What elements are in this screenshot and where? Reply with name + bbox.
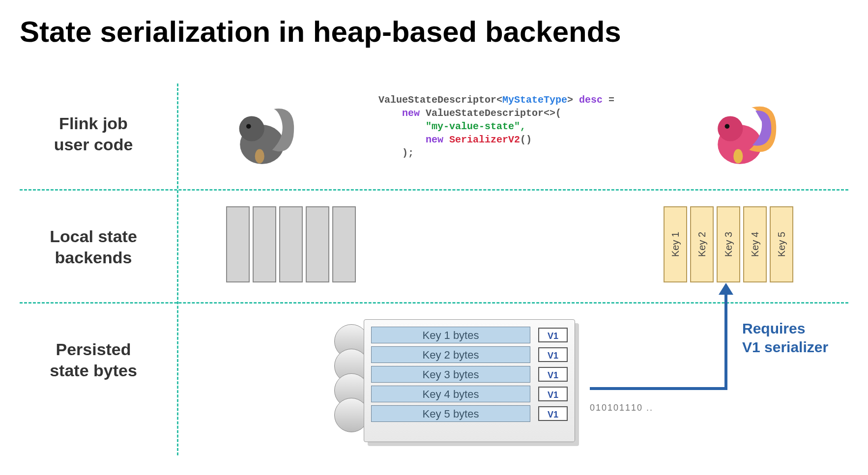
grid-vline — [177, 84, 178, 455]
svg-point-5 — [718, 116, 743, 141]
state-bar-key: Key 3 — [717, 206, 740, 282]
svg-point-7 — [733, 149, 743, 164]
svg-point-6 — [725, 124, 730, 129]
squirrel-gray-icon — [216, 93, 300, 172]
arrow-label: RequiresV1 serializer — [742, 319, 828, 356]
state-bar-key: Key 1 — [664, 206, 687, 282]
state-bar — [253, 206, 276, 282]
code-t: = — [603, 94, 614, 106]
persisted-version: V1 — [538, 406, 568, 421]
persisted-db-icon: Key 1 bytes V1 Key 2 bytes V1 Key 3 byte… — [344, 319, 580, 452]
persisted-row: Key 3 bytes V1 — [371, 366, 568, 383]
persisted-panel: Key 1 bytes V1 Key 2 bytes V1 Key 3 byte… — [364, 319, 575, 442]
persisted-row: Key 2 bytes V1 — [371, 346, 568, 363]
grid-hline-1 — [20, 189, 848, 191]
row-label-user-code: Flink jobuser code — [20, 113, 167, 155]
persisted-version: V1 — [538, 328, 568, 342]
svg-point-2 — [246, 124, 251, 129]
diagram-grid: Flink jobuser code Local statebackends P… — [20, 84, 848, 455]
state-bar — [226, 206, 250, 282]
svg-point-3 — [255, 149, 264, 164]
row-label-persisted: Persistedstate bytes — [20, 339, 167, 381]
persisted-key: Key 4 bytes — [371, 386, 530, 402]
code-t: new — [378, 134, 443, 145]
arrow-restore-icon — [590, 289, 732, 397]
code-t: ); — [378, 147, 414, 159]
code-t: new — [378, 108, 420, 119]
state-bar-key: Key 2 — [690, 206, 714, 282]
code-t: desc — [579, 94, 603, 106]
persisted-version: V1 — [538, 347, 568, 362]
persisted-key: Key 5 bytes — [371, 405, 530, 422]
persisted-row: Key 1 bytes V1 — [371, 327, 568, 343]
bits-label: 010101110 .. — [590, 403, 653, 413]
persisted-row: Key 5 bytes V1 — [371, 405, 568, 422]
persisted-version: V1 — [538, 387, 568, 401]
squirrel-color-icon — [698, 93, 781, 172]
state-bar-key: Key 4 — [743, 206, 767, 282]
row-label-local-state: Local statebackends — [20, 226, 167, 268]
local-state-bars-keys: Key 1 Key 2 Key 3 Key 4 Key 5 — [664, 206, 793, 282]
code-t: "my-value-state", — [378, 121, 526, 132]
code-t: MyStateType — [502, 94, 567, 106]
persisted-row: Key 4 bytes V1 — [371, 386, 568, 402]
persisted-key: Key 1 bytes — [371, 327, 530, 343]
code-t: () — [520, 134, 532, 145]
persisted-key: Key 3 bytes — [371, 366, 530, 383]
state-bar — [306, 206, 329, 282]
code-snippet: ValueStateDescriptor<MyStateType> desc =… — [378, 93, 644, 160]
state-bar-key: Key 5 — [770, 206, 793, 282]
slide-title: State serialization in heap-based backen… — [20, 15, 621, 49]
code-t: ValueStateDescriptor<>( — [420, 108, 567, 119]
code-t: ValueStateDescriptor< — [378, 94, 502, 106]
persisted-version: V1 — [538, 367, 568, 382]
local-state-bars-empty — [226, 206, 356, 282]
persisted-key: Key 2 bytes — [371, 346, 530, 363]
svg-point-1 — [239, 116, 264, 141]
state-bar — [332, 206, 356, 282]
code-t: SerializerV2 — [443, 134, 520, 145]
code-t: > — [567, 94, 579, 106]
state-bar — [279, 206, 303, 282]
